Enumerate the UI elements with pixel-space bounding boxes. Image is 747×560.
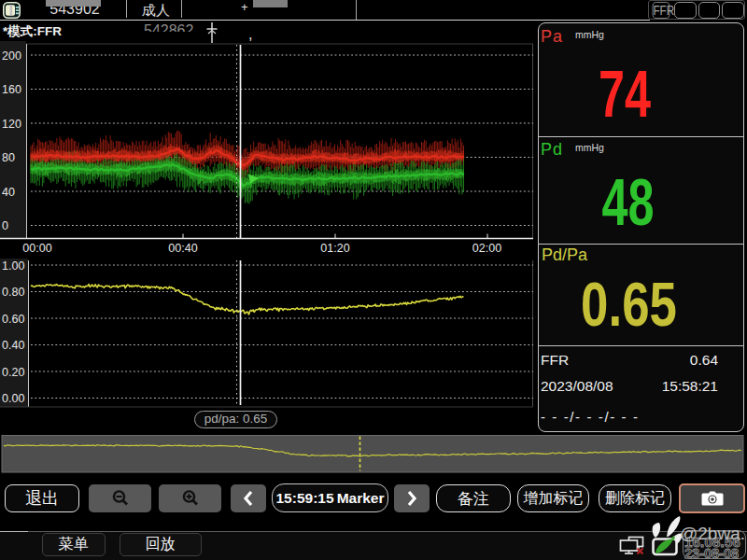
svg-text:0.00: 0.00: [2, 392, 24, 405]
svg-text:80: 80: [2, 151, 15, 164]
svg-text:120: 120: [2, 118, 21, 131]
svg-text:0.40: 0.40: [2, 339, 24, 352]
svg-text:0: 0: [2, 219, 8, 232]
svg-text:00:00: 00:00: [22, 242, 51, 255]
svg-text:0.60: 0.60: [2, 313, 24, 326]
svg-text:02:00: 02:00: [472, 242, 501, 255]
svg-text:1.00: 1.00: [2, 259, 24, 273]
svg-text:0.80: 0.80: [2, 286, 24, 299]
svg-text:00:40: 00:40: [168, 242, 197, 255]
svg-text:160: 160: [2, 83, 21, 96]
svg-text:0.20: 0.20: [2, 366, 24, 379]
svg-text:40: 40: [2, 186, 15, 199]
svg-text:01:20: 01:20: [320, 242, 349, 255]
svg-text:200: 200: [2, 49, 21, 63]
